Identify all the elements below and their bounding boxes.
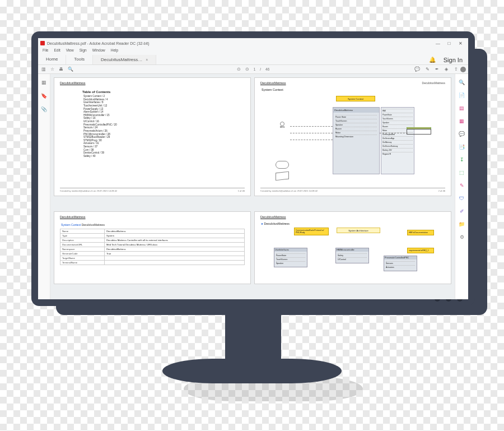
architecture-diagram: System Architecture CommunicationBus\nPr… xyxy=(272,228,434,289)
table-row: NamespaceDecubitusMattress xyxy=(60,247,245,252)
tab-tools[interactable]: Tools xyxy=(66,55,93,64)
tool-icon[interactable]: 📑 xyxy=(458,143,466,151)
pdf-file-icon xyxy=(40,41,45,45)
close-window-button[interactable]: ✕ xyxy=(455,41,466,46)
tool-icon[interactable]: ↧ xyxy=(458,156,466,164)
tool-icon[interactable]: 📄 xyxy=(458,91,466,99)
print-icon[interactable]: 🖶 xyxy=(59,67,63,72)
diagram-side-row: DmMemory xyxy=(382,140,413,144)
diagram-row: Mounting Dimension xyxy=(335,135,377,138)
page-up-icon[interactable]: ⊙ xyxy=(237,67,241,72)
tab-home[interactable]: Home xyxy=(38,55,66,64)
menu-sign[interactable]: Sign xyxy=(80,48,87,55)
breadcrumb-link[interactable]: System Context DecubitusMattress xyxy=(61,223,245,226)
tab-document-label: DecubitusMattress… xyxy=(101,57,142,62)
table-row: TargetName xyxy=(60,256,245,261)
window-title: DecubitusMattress.pdf - Adobe Acrobat Re… xyxy=(47,41,149,45)
note-block-right1: HMI:\nDocumentation xyxy=(407,230,434,235)
sign-icon[interactable]: ✒ xyxy=(435,67,439,72)
doc-stamp-p2: DecubitusMattress xyxy=(422,81,445,85)
toolbar: ▥ ☆ 🖶 🔍 ⊙ ⊙ 1 / 46 💬 ✎ ✒ ◈ ⇪ xyxy=(38,65,468,74)
highlight-icon[interactable]: ✎ xyxy=(426,67,430,72)
maximize-button[interactable]: □ xyxy=(444,41,455,46)
stamp-icon[interactable]: ◈ xyxy=(445,67,448,72)
footer-created-p2: Created by medtech@solidise.ch on 29.07.… xyxy=(260,189,318,192)
tool-icon[interactable]: ▤ xyxy=(458,104,466,112)
tool-icon[interactable]: ▦ xyxy=(458,117,466,125)
pdf-page-4: DecubitusMattress ▸ DecubitusMattress Sy… xyxy=(254,211,451,284)
diagram-side-row: HMI xyxy=(382,109,413,113)
table-row: TerminalName xyxy=(60,261,245,265)
notifications-icon[interactable]: 🔔 xyxy=(427,55,438,64)
pdf-page-3: DecubitusMattress System Context Decubit… xyxy=(54,211,251,284)
page-grid: DecubitusMattress Table of Contents Syst… xyxy=(50,74,455,299)
table-row: GenerateCodeTrue xyxy=(60,252,245,256)
menu-view[interactable]: View xyxy=(66,48,74,55)
footer-page1: 1 of 46 xyxy=(238,189,245,192)
doc-title-p3: DecubitusMattress xyxy=(60,215,245,219)
main-block-title: DecubitusMattress xyxy=(333,108,379,113)
page-sep: / xyxy=(260,67,261,71)
menu-help[interactable]: Help xyxy=(111,48,118,55)
note-block-left: CommunicationBus\nProtocol w/ PNC/Body xyxy=(294,228,329,235)
toc-item[interactable]: Safety / 40 xyxy=(83,155,245,158)
table-row: NameDecubitusMattress xyxy=(60,229,245,234)
diagram-side-row: TouchScreen xyxy=(382,117,413,121)
bookmarks-icon[interactable]: 🔖 xyxy=(41,93,47,99)
arch-banner: System Architecture xyxy=(337,228,380,233)
tool-icon[interactable]: ✐ xyxy=(458,207,466,215)
diagram-row: Buzzer xyxy=(335,127,377,131)
minimize-button[interactable]: — xyxy=(432,41,444,46)
search-icon[interactable]: 🔍 xyxy=(68,67,73,72)
diagram-main-block: DecubitusMattress Power StateTouchScreen… xyxy=(333,107,380,174)
sidebar-toggle-icon[interactable]: ▥ xyxy=(41,67,46,72)
tool-icon[interactable]: ✎ xyxy=(458,182,466,189)
tab-document[interactable]: DecubitusMattress… × xyxy=(93,55,156,64)
page-current[interactable]: 1 xyxy=(254,67,256,71)
tool-icon[interactable]: 🛡 xyxy=(458,194,466,202)
cloud-icon xyxy=(276,161,289,169)
diagram-banner: System Context xyxy=(336,96,375,101)
diagram-side-row: Speaker xyxy=(382,121,413,124)
menu-file[interactable]: File xyxy=(43,48,48,55)
toc-heading: Table of Contents xyxy=(82,90,245,94)
diagram-side-row: DmDeviceGateway xyxy=(382,144,413,148)
section-system-context: System Context xyxy=(262,88,445,91)
tool-icon[interactable]: 🔍 xyxy=(458,78,466,86)
comment-icon[interactable]: 💬 xyxy=(414,67,420,72)
tool-icon[interactable]: 📁 xyxy=(458,220,466,228)
system-context-diagram: System Context DecubitusMattress Power S… xyxy=(274,94,431,194)
star-icon[interactable]: ☆ xyxy=(50,67,54,72)
diagram-side-row: PowerState xyxy=(382,113,413,117)
table-row: DocumentationURLMed Tech Tutorial Decubi… xyxy=(60,243,245,247)
menu-edit[interactable]: Edit xyxy=(54,48,60,55)
left-nav-strip: ▦ 🔖 📎 xyxy=(38,74,50,299)
diagram-side-block: HMIPowerStateTouchScreenSpeakerBuzzerMot… xyxy=(381,107,414,174)
diagram-row: Power State xyxy=(335,115,377,119)
toc-list: System Context / 2DecubitusMattress / 4U… xyxy=(83,95,245,158)
tool-icon[interactable]: 💬 xyxy=(458,130,466,138)
actor-icon: ISVG xyxy=(274,122,290,128)
avatar-icon[interactable] xyxy=(460,67,466,72)
table-row: TypeSystem xyxy=(60,234,245,238)
monitor-stand-neck xyxy=(225,306,281,373)
bed-icon xyxy=(407,127,431,138)
diagram-row: Speaker xyxy=(335,123,377,127)
diagram-side-row: RegionL/R xyxy=(382,152,413,156)
page-down-icon[interactable]: ⊙ xyxy=(245,67,249,72)
tab-close-icon[interactable]: × xyxy=(146,58,148,62)
share-icon[interactable]: ⇪ xyxy=(454,67,458,72)
right-tool-strip: 🔍📄▤▦💬📑↧⬚✎🛡✐📁⚙ xyxy=(455,74,468,299)
footer-created: Created by medtech@solidise.ch on 29.07.… xyxy=(60,189,117,192)
arch-block: PneumaticControlledPNCSensorsActuators xyxy=(384,256,417,271)
thumbnails-icon[interactable]: ▦ xyxy=(41,80,46,85)
sign-in-button[interactable]: Sign In xyxy=(438,55,468,64)
table-row: DescriptionDecubitus Mattress Controller… xyxy=(60,238,245,243)
tool-icon[interactable]: ⬚ xyxy=(458,169,466,177)
page-total: 46 xyxy=(265,67,269,71)
menu-window[interactable]: Window xyxy=(92,48,105,55)
menu-bar: File Edit View Sign Window Help xyxy=(38,48,468,55)
tool-icon[interactable]: ⚙ xyxy=(458,233,466,241)
attachments-icon[interactable]: 📎 xyxy=(41,106,47,112)
properties-table: NameDecubitusMattressTypeSystemDescripti… xyxy=(60,229,245,265)
